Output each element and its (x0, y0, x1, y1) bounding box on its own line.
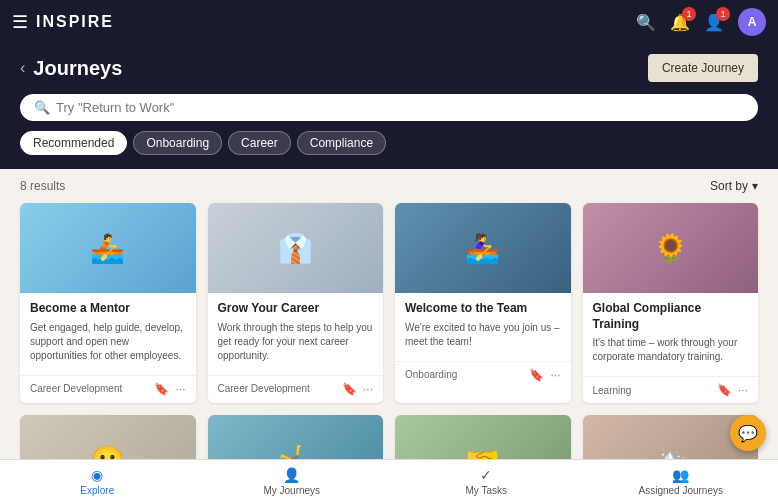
more-icon-2[interactable]: ··· (363, 382, 373, 396)
notification-badge: 1 (682, 7, 696, 21)
user-badge: 1 (716, 7, 730, 21)
search-icon[interactable]: 🔍 (636, 13, 656, 32)
header-top: ‹ Journeys Create Journey (20, 54, 758, 82)
cards-grid: 🚣 Become a Mentor Get engaged, help guid… (20, 203, 758, 503)
filter-tab-recommended[interactable]: Recommended (20, 131, 127, 155)
search-input[interactable] (56, 100, 744, 115)
search-icon-sm: 🔍 (34, 100, 50, 115)
nav-right: 🔍 🔔 1 👤 1 A (636, 8, 766, 36)
hamburger-icon[interactable]: ☰ (12, 11, 28, 33)
bookmark-icon-1[interactable]: 🔖 (154, 382, 169, 396)
card-2[interactable]: 👔 Grow Your Career Work through the step… (208, 203, 384, 403)
bottom-nav-my-tasks[interactable]: ✓ My Tasks (389, 467, 584, 496)
card-1-footer: Career Development 🔖 ··· (20, 375, 196, 402)
card-4-body: Global Compliance Training It's that tim… (583, 293, 759, 376)
more-icon-3[interactable]: ··· (550, 368, 560, 382)
assigned-journeys-icon: 👥 (672, 467, 689, 483)
sort-button[interactable]: Sort by ▾ (710, 179, 758, 193)
card-2-actions: 🔖 ··· (342, 382, 373, 396)
assigned-journeys-label: Assigned Journeys (639, 485, 724, 496)
card-3[interactable]: 🚣‍♀️ Welcome to the Team We're excited t… (395, 203, 571, 403)
avatar[interactable]: A (738, 8, 766, 36)
bookmark-icon-3[interactable]: 🔖 (529, 368, 544, 382)
user-icon[interactable]: 👤 1 (704, 13, 724, 32)
card-3-actions: 🔖 ··· (529, 368, 560, 382)
more-icon-4[interactable]: ··· (738, 383, 748, 397)
card-1-body: Become a Mentor Get engaged, help guide,… (20, 293, 196, 375)
bottom-nav-my-journeys[interactable]: 👤 My Journeys (195, 467, 390, 496)
card-4-desc: It's that time – work through your corpo… (593, 336, 749, 364)
card-3-body: Welcome to the Team We're excited to hav… (395, 293, 571, 361)
app-logo: INSPIRE (36, 13, 114, 31)
card-2-body: Grow Your Career Work through the steps … (208, 293, 384, 375)
card-2-title: Grow Your Career (218, 301, 374, 317)
my-journeys-icon: 👤 (283, 467, 300, 483)
filter-tab-onboarding[interactable]: Onboarding (133, 131, 222, 155)
card-2-image: 👔 (208, 203, 384, 293)
card-1-desc: Get engaged, help guide, develop, suppor… (30, 321, 186, 363)
create-journey-button[interactable]: Create Journey (648, 54, 758, 82)
card-3-image: 🚣‍♀️ (395, 203, 571, 293)
card-4[interactable]: 🌻 Global Compliance Training It's that t… (583, 203, 759, 403)
my-tasks-label: My Tasks (466, 485, 508, 496)
top-nav: ☰ INSPIRE 🔍 🔔 1 👤 1 A (0, 0, 778, 44)
bookmark-icon-2[interactable]: 🔖 (342, 382, 357, 396)
card-1-title: Become a Mentor (30, 301, 186, 317)
card-3-title: Welcome to the Team (405, 301, 561, 317)
card-1-actions: 🔖 ··· (154, 382, 185, 396)
my-journeys-label: My Journeys (263, 485, 320, 496)
card-4-actions: 🔖 ··· (717, 383, 748, 397)
card-4-image: 🌻 (583, 203, 759, 293)
bottom-nav-assigned-journeys[interactable]: 👥 Assigned Journeys (584, 467, 779, 496)
filter-tab-career[interactable]: Career (228, 131, 291, 155)
results-count: 8 results (20, 179, 65, 193)
explore-icon: ◉ (91, 467, 103, 483)
card-1[interactable]: 🚣 Become a Mentor Get engaged, help guid… (20, 203, 196, 403)
card-3-footer: Onboarding 🔖 ··· (395, 361, 571, 388)
search-bar: 🔍 (20, 94, 758, 121)
header-left: ‹ Journeys (20, 57, 122, 80)
page-title: Journeys (33, 57, 122, 80)
chevron-down-icon: ▾ (752, 179, 758, 193)
card-4-title: Global Compliance Training (593, 301, 749, 332)
my-tasks-icon: ✓ (480, 467, 492, 483)
filter-tabs: Recommended Onboarding Career Compliance (20, 131, 758, 155)
results-header: 8 results Sort by ▾ (20, 179, 758, 193)
card-1-image: 🚣 (20, 203, 196, 293)
card-3-category: Onboarding (405, 369, 457, 380)
bottom-nav: ◉ Explore 👤 My Journeys ✓ My Tasks 👥 Ass… (0, 459, 778, 503)
card-2-desc: Work through the steps to help you get r… (218, 321, 374, 363)
card-1-category: Career Development (30, 383, 122, 394)
bookmark-icon-4[interactable]: 🔖 (717, 383, 732, 397)
card-4-footer: Learning 🔖 ··· (583, 376, 759, 403)
card-2-category: Career Development (218, 383, 310, 394)
bottom-nav-explore[interactable]: ◉ Explore (0, 467, 195, 496)
more-icon-1[interactable]: ··· (175, 382, 185, 396)
nav-left: ☰ INSPIRE (12, 11, 114, 33)
card-2-footer: Career Development 🔖 ··· (208, 375, 384, 402)
card-3-desc: We're excited to have you join us – meet… (405, 321, 561, 349)
notification-icon[interactable]: 🔔 1 (670, 13, 690, 32)
card-4-category: Learning (593, 385, 632, 396)
explore-label: Explore (80, 485, 114, 496)
filter-tab-compliance[interactable]: Compliance (297, 131, 386, 155)
page-wrapper: ☰ INSPIRE 🔍 🔔 1 👤 1 A ‹ Journeys Create … (0, 0, 778, 503)
header-area: ‹ Journeys Create Journey 🔍 Recommended … (0, 44, 778, 169)
chat-bubble[interactable]: 💬 (730, 415, 766, 451)
back-button[interactable]: ‹ (20, 59, 25, 77)
main-content: 8 results Sort by ▾ 🚣 Become a Mentor Ge… (0, 169, 778, 503)
